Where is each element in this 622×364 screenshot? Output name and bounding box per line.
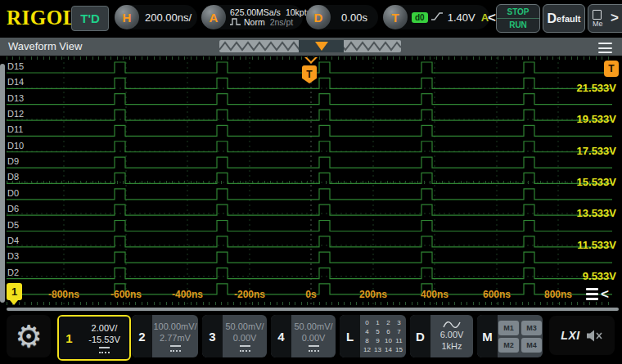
- voltage-label: 11.533V: [577, 239, 616, 251]
- dc-coupling-icon: [240, 345, 250, 352]
- time-label: 600ns: [483, 289, 511, 300]
- row-label-d6: D6: [7, 204, 19, 213]
- row-label-d15: D15: [7, 61, 24, 71]
- row-label-d9: D9: [7, 156, 19, 166]
- row-label-d2: D2: [7, 267, 19, 277]
- utility-gear-button[interactable]: ⚙: [7, 315, 51, 357]
- channel4-number: 4: [271, 315, 291, 357]
- row-label-d13: D13: [7, 93, 24, 103]
- digital-trace-d5: [7, 221, 612, 231]
- voltage-label: 15.533V: [577, 176, 617, 188]
- logic-channel-grid: 0123456789101112131415: [362, 318, 404, 354]
- channel1-offset: -15.53V: [88, 334, 120, 345]
- channel4-offset: 0.00V: [302, 332, 326, 344]
- row-label-d0: D0: [7, 188, 19, 198]
- channel4-box[interactable]: 4 50.00mV/ 0.00V: [271, 315, 336, 357]
- channel2-scale: 100.00mV/: [153, 321, 196, 332]
- channel3-scale: 50.00mV/: [225, 321, 264, 332]
- lxi-status-box[interactable]: LXI: [549, 316, 615, 355]
- gen-letter: D: [410, 315, 430, 357]
- digital-trace-d13: [7, 94, 612, 105]
- vertical-scrollbar[interactable]: [0, 64, 5, 303]
- channel1-box[interactable]: 1 2.00V/ -15.53V: [57, 315, 131, 361]
- logic-letter: L: [340, 315, 360, 357]
- math-button-grid: M1M3M2M4: [498, 321, 542, 353]
- row-label-d14: D14: [7, 77, 24, 87]
- row-label-d5: D5: [7, 220, 19, 230]
- trigger-position-arrow-icon[interactable]: [304, 57, 313, 64]
- gear-icon: ⚙: [15, 321, 42, 352]
- digital-trace-d0: [7, 189, 612, 200]
- time-label: 200ns: [359, 289, 387, 300]
- math-button-m3[interactable]: M3: [521, 321, 542, 335]
- voltage-label: 17.533V: [577, 145, 617, 157]
- time-label: -200ns: [234, 289, 265, 300]
- dc-coupling-icon: [99, 347, 110, 353]
- row-label-d4: D4: [7, 236, 19, 245]
- row-label-d8: D8: [7, 172, 19, 182]
- math-box[interactable]: M M1M3M2M4: [477, 315, 543, 357]
- math-button-m4[interactable]: M4: [521, 338, 542, 353]
- lxi-label: LXI: [561, 329, 579, 342]
- collapse-results-icon[interactable]: <: [586, 288, 614, 303]
- time-label: -800ns: [48, 289, 79, 300]
- channel1-scale: 2.00V/: [92, 322, 118, 334]
- horizontal-scrollbar[interactable]: [7, 308, 619, 311]
- logic-channel-15: 15: [394, 344, 404, 356]
- time-label: 400ns: [421, 289, 448, 300]
- voltage-label: 21.533V: [577, 82, 617, 94]
- digital-trace-d10: [7, 142, 612, 152]
- channel2-number: 2: [132, 315, 152, 357]
- digital-trace-d3: [7, 252, 612, 263]
- math-button-m2[interactable]: M2: [498, 338, 519, 353]
- digital-trace-d8: [7, 173, 612, 183]
- waveform-gen-box[interactable]: D 6.00V 1kHz: [410, 315, 473, 357]
- channel1-number: 1: [59, 317, 79, 359]
- logic-channel-14: 14: [383, 344, 394, 356]
- gen-frequency: 1kHz: [441, 340, 462, 352]
- voltage-label: 13.533V: [577, 207, 617, 219]
- math-button-m1[interactable]: M1: [498, 321, 519, 335]
- time-label: 800ns: [544, 289, 572, 300]
- time-label: -600ns: [110, 289, 142, 300]
- voltage-label: 19.533V: [577, 113, 617, 125]
- row-label-d12: D12: [7, 109, 24, 119]
- speaker-muted-icon[interactable]: [587, 330, 603, 342]
- channel3-number: 3: [202, 315, 223, 357]
- logic-analyzer-box[interactable]: L 0123456789101112131415: [340, 315, 406, 357]
- trigger-level-badge[interactable]: T: [604, 61, 619, 77]
- channel3-box[interactable]: 3 50.00mV/ 0.00V: [202, 315, 267, 357]
- row-label-d11: D11: [7, 124, 23, 134]
- channel2-box[interactable]: 2 100.00mV/ 2.77mV: [132, 315, 198, 357]
- voltage-label: 9.533V: [583, 270, 617, 282]
- time-label: -400ns: [172, 289, 203, 300]
- dc-coupling-icon: [309, 345, 319, 352]
- logic-channel-12: 12: [362, 344, 372, 356]
- math-letter: M: [477, 315, 498, 357]
- digital-trace-d2: [7, 268, 612, 279]
- channel4-scale: 50.00mV/: [294, 321, 332, 332]
- row-label-d3: D3: [7, 251, 19, 261]
- channel1-offset-badge[interactable]: 1: [7, 283, 22, 300]
- digital-trace-d11: [7, 125, 612, 136]
- time-label: 0s: [305, 289, 317, 300]
- channel3-offset: 0.00V: [233, 332, 257, 344]
- digital-trace-d4: [7, 236, 612, 247]
- digital-trace-d12: [7, 110, 612, 120]
- logic-channel-13: 13: [372, 344, 383, 356]
- gen-amplitude: 6.00V: [440, 329, 464, 340]
- row-label-d10: D10: [7, 141, 24, 151]
- digital-trace-d6: [7, 204, 612, 215]
- digital-trace-d9: [7, 157, 612, 168]
- oscilloscope-screen: RIGOL T'D H 200.00ns/ A 625.00MSa/s 10kp…: [0, 0, 622, 364]
- sine-wave-icon: [443, 321, 461, 329]
- dc-coupling-icon: [170, 345, 181, 352]
- channel2-offset: 2.77mV: [160, 332, 191, 344]
